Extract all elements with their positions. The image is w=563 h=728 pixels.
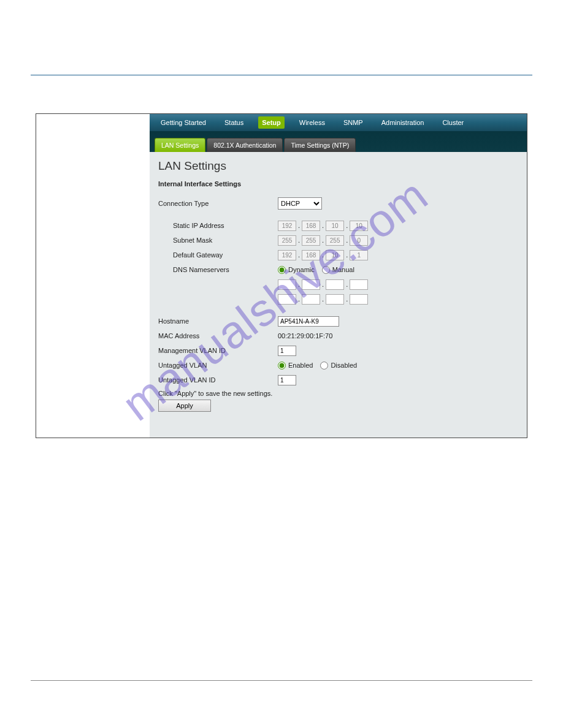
header-accent — [31, 59, 42, 75]
apply-message: Click "Apply" to save the new settings. — [158, 390, 518, 397]
dot: . — [298, 222, 300, 229]
nav-wireless[interactable]: Wireless — [296, 116, 329, 129]
nav-administration[interactable]: Administration — [378, 116, 428, 129]
input-dns1-4[interactable] — [350, 279, 368, 290]
input-gateway-3[interactable] — [326, 250, 344, 260]
input-dns1-3[interactable] — [326, 279, 344, 290]
sub-nav: LAN Settings 802.1X Authentication Time … — [150, 131, 527, 152]
input-static-ip-2[interactable] — [302, 221, 320, 231]
dot: . — [322, 295, 324, 303]
nav-status[interactable]: Status — [221, 116, 247, 129]
label-dns-manual: Manual — [332, 266, 354, 273]
apply-button[interactable]: Apply — [158, 400, 211, 412]
dot: . — [346, 237, 348, 244]
label-untagged-vlan: Untagged VLAN — [158, 362, 278, 369]
input-gateway-4[interactable] — [350, 250, 368, 260]
label-dns: DNS Nameservers — [158, 266, 278, 273]
sidebar-placeholder — [36, 114, 150, 438]
radio-untagged-enabled[interactable] — [278, 362, 286, 370]
nav-snmp[interactable]: SNMP — [340, 116, 367, 129]
dot: . — [346, 281, 348, 288]
dot: . — [346, 295, 348, 303]
input-static-ip-4[interactable] — [350, 221, 368, 231]
tab-8021x-auth[interactable]: 802.1X Authentication — [207, 138, 283, 152]
dot: . — [322, 237, 324, 244]
page-rule-top — [31, 75, 532, 75]
screenshot-frame: Getting Started Status Setup Wireless SN… — [36, 113, 527, 438]
input-static-ip-3[interactable] — [326, 221, 344, 231]
section-heading: Internal Interface Settings — [158, 180, 518, 188]
radio-dns-manual[interactable] — [322, 266, 330, 274]
content-area: LAN Settings Internal Interface Settings… — [150, 152, 527, 419]
input-subnet-1[interactable] — [278, 235, 296, 246]
input-subnet-4[interactable] — [350, 235, 368, 246]
label-mac: MAC Address — [158, 332, 278, 339]
dot: . — [298, 295, 300, 303]
input-dns2-2[interactable] — [302, 294, 320, 305]
top-nav: Getting Started Status Setup Wireless SN… — [150, 114, 527, 131]
tab-time-settings[interactable]: Time Settings (NTP) — [284, 138, 356, 152]
tab-lan-settings[interactable]: LAN Settings — [155, 138, 205, 152]
nav-setup[interactable]: Setup — [258, 116, 285, 129]
nav-getting-started[interactable]: Getting Started — [157, 116, 210, 129]
input-subnet-3[interactable] — [326, 235, 344, 246]
label-untagged-disabled: Disabled — [331, 362, 357, 369]
input-dns1-2[interactable] — [302, 279, 320, 290]
radio-untagged-disabled[interactable] — [320, 362, 328, 370]
input-dns2-4[interactable] — [350, 294, 368, 305]
dot: . — [298, 251, 300, 259]
page-rule-bottom — [31, 680, 532, 681]
dot: . — [298, 237, 300, 244]
input-hostname[interactable] — [278, 316, 339, 327]
input-dns2-3[interactable] — [326, 294, 344, 305]
label-untagged-enabled: Enabled — [288, 362, 313, 369]
radio-dns-dynamic[interactable] — [278, 266, 286, 274]
label-dns-dynamic: Dynamic — [288, 266, 315, 273]
dot: . — [322, 281, 324, 288]
input-dns1-1[interactable] — [278, 279, 296, 290]
input-untagged-vlan-id[interactable] — [278, 375, 296, 385]
input-dns2-1[interactable] — [278, 294, 296, 305]
dot: . — [346, 222, 348, 229]
nav-cluster[interactable]: Cluster — [439, 116, 467, 129]
value-mac: 00:21:29:00:1F:70 — [278, 330, 332, 342]
page-title: LAN Settings — [158, 159, 518, 173]
label-gateway: Default Gateway — [158, 251, 278, 259]
label-untagged-vlan-id: Untagged VLAN ID — [158, 376, 278, 384]
dot: . — [322, 251, 324, 259]
label-static-ip: Static IP Address — [158, 222, 278, 229]
select-connection-type[interactable]: DHCP — [278, 197, 322, 210]
input-gateway-2[interactable] — [302, 250, 320, 260]
input-mgmt-vlan[interactable] — [278, 346, 296, 356]
label-hostname: Hostname — [158, 317, 278, 325]
input-gateway-1[interactable] — [278, 250, 296, 260]
label-connection-type: Connection Type — [158, 200, 278, 207]
input-static-ip-1[interactable] — [278, 221, 296, 231]
label-subnet: Subnet Mask — [158, 237, 278, 244]
dot: . — [298, 281, 300, 288]
input-subnet-2[interactable] — [302, 235, 320, 246]
main-area: Getting Started Status Setup Wireless SN… — [150, 114, 527, 438]
dot: . — [322, 222, 324, 229]
label-mgmt-vlan: Management VLAN ID — [158, 347, 278, 354]
dot: . — [346, 251, 348, 259]
